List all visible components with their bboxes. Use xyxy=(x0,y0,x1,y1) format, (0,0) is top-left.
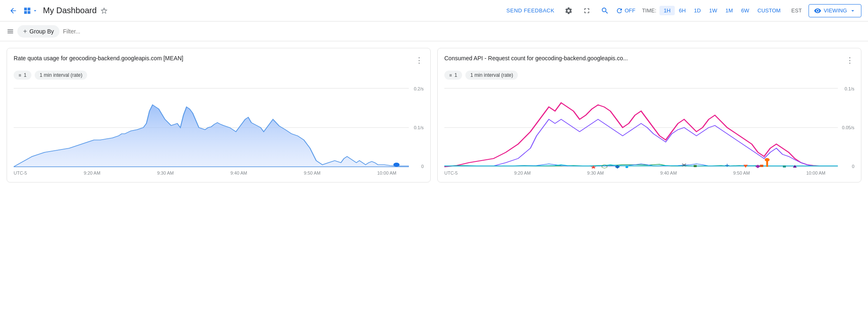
chart1-x-labels: UTC-5 9:20 AM 9:30 AM 9:40 AM 9:50 AM 10… xyxy=(14,170,409,175)
chart2-badge1[interactable]: ≡ 1 xyxy=(444,71,462,80)
svg-text:▼: ▼ xyxy=(742,163,749,168)
chart2-badges: ≡ 1 1 min interval (rate) xyxy=(444,71,854,80)
chart1-title: Rate quota usage for geocoding-backend.g… xyxy=(14,55,183,62)
refresh-section: OFF xyxy=(616,7,636,14)
time-button-1m[interactable]: 1M xyxy=(721,6,737,15)
badge1-icon: ≡ xyxy=(19,73,21,78)
main-content: Rate quota usage for geocoding-backend.g… xyxy=(0,41,868,189)
time-button-1d[interactable]: 1D xyxy=(690,6,705,15)
chart2-badge1-label: 1 xyxy=(454,72,457,78)
badge2-label: 1 min interval (rate) xyxy=(40,72,82,78)
chart2-header: Consumed API - Request count for geocodi… xyxy=(444,55,854,66)
timezone-button[interactable]: EST xyxy=(788,6,805,15)
chart2-menu-button[interactable]: ⋮ xyxy=(845,55,854,66)
svg-point-20 xyxy=(765,158,770,161)
svg-text:+: + xyxy=(725,162,730,168)
page-title: My Dashboard xyxy=(43,6,97,15)
viewing-button[interactable]: VIEWING xyxy=(809,4,861,17)
settings-button[interactable] xyxy=(561,3,576,18)
svg-text:●: ● xyxy=(625,164,629,169)
chart-card-1: Rate quota usage for geocoding-backend.g… xyxy=(7,48,431,182)
time-button-custom[interactable]: CUSTOM xyxy=(753,6,785,15)
chart2-badge2-label: 1 min interval (rate) xyxy=(470,72,513,78)
time-button-1h[interactable]: 1H xyxy=(659,6,675,15)
chart2-svg: ★ ⬡ ◆ ● ▼ ◆ ✕ ■ xyxy=(444,86,838,169)
fullscreen-button[interactable] xyxy=(579,3,594,18)
star-button[interactable] xyxy=(100,7,108,15)
header: My Dashboard SEND FEEDBACK OFF TIME: 1H … xyxy=(0,0,868,21)
group-by-plus: + xyxy=(23,28,27,35)
refresh-label: OFF xyxy=(625,7,636,14)
svg-text:◆: ◆ xyxy=(615,164,620,169)
chart1-badge2[interactable]: 1 min interval (rate) xyxy=(35,71,87,80)
svg-text:⬡: ⬡ xyxy=(601,163,607,169)
group-by-button[interactable]: + Group By xyxy=(17,25,59,38)
svg-point-3 xyxy=(394,163,400,167)
search-button[interactable] xyxy=(598,3,612,18)
chart1-svg xyxy=(14,86,409,169)
chart1-container: UTC-5 9:20 AM 9:30 AM 9:40 AM 9:50 AM 10… xyxy=(14,86,424,175)
chart1-badge1[interactable]: ≡ 1 xyxy=(14,71,31,80)
time-buttons: 1H 6H 1D 1W 1M 6W CUSTOM xyxy=(659,6,785,15)
viewing-label: VIEWING xyxy=(824,7,847,14)
chart1-menu-button[interactable]: ⋮ xyxy=(415,55,424,66)
group-by-label: Group By xyxy=(29,28,54,35)
svg-text:■: ■ xyxy=(759,163,764,168)
svg-text:✕: ✕ xyxy=(681,162,687,168)
filter-menu-button[interactable] xyxy=(7,28,14,35)
badge1-label: 1 xyxy=(24,72,26,78)
chart2-badge2[interactable]: 1 min interval (rate) xyxy=(465,71,518,80)
svg-text:▲: ▲ xyxy=(792,163,798,169)
time-button-6w[interactable]: 6W xyxy=(737,6,754,15)
chart2-title: Consumed API - Request count for geocodi… xyxy=(444,55,628,62)
back-button[interactable] xyxy=(7,4,20,17)
filter-bar: + Group By xyxy=(0,21,868,41)
svg-text:★: ★ xyxy=(590,164,596,169)
chart2-y-labels: 0.1/s 0.05/s 0 xyxy=(838,86,854,169)
chart2-container: ★ ⬡ ◆ ● ▼ ◆ ✕ ■ xyxy=(444,86,854,175)
badge2-icon: ≡ xyxy=(449,73,452,78)
time-button-6h[interactable]: 6H xyxy=(675,6,690,15)
chart1-header: Rate quota usage for geocoding-backend.g… xyxy=(14,55,424,66)
dashboard-icon-button[interactable] xyxy=(23,7,38,15)
chart2-x-labels: UTC-5 9:20 AM 9:30 AM 9:40 AM 9:50 AM 10… xyxy=(444,170,838,175)
svg-text:■: ■ xyxy=(783,164,786,168)
filter-input[interactable] xyxy=(63,28,861,35)
time-button-1w[interactable]: 1W xyxy=(705,6,721,15)
chart1-badges: ≡ 1 1 min interval (rate) xyxy=(14,71,424,80)
chart1-y-labels: 0.2/s 0.1/s 0 xyxy=(409,86,424,169)
time-label: TIME: xyxy=(642,7,657,14)
send-feedback-button[interactable]: SEND FEEDBACK xyxy=(503,5,557,16)
chart-card-2: Consumed API - Request count for geocodi… xyxy=(437,48,861,182)
svg-text:■: ■ xyxy=(693,163,697,168)
